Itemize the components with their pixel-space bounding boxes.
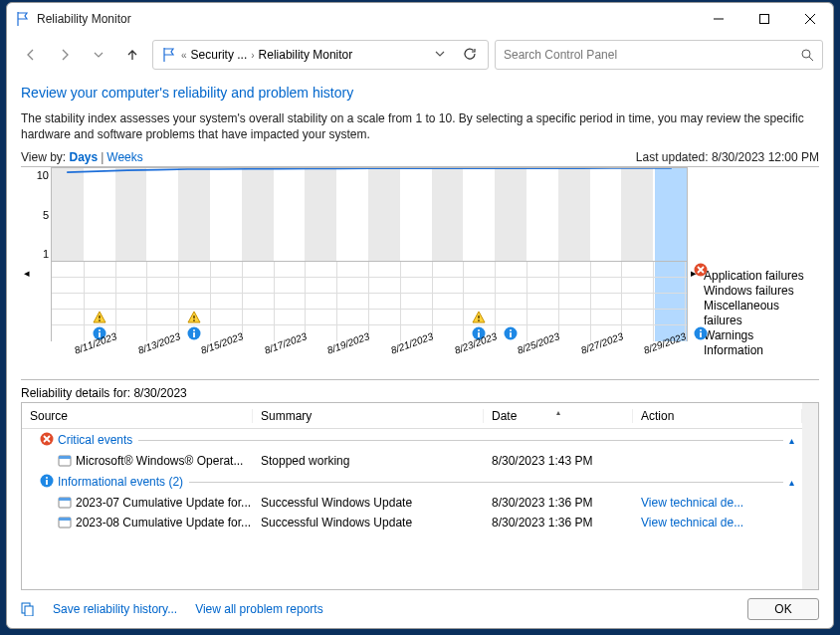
breadcrumb-dropdown[interactable]	[428, 48, 452, 62]
detail-row[interactable]: 2023-07 Cumulative Update for...Successf…	[22, 493, 802, 513]
svg-rect-20	[700, 332, 702, 337]
search-placeholder: Search Control Panel	[504, 48, 800, 62]
nav-recent-dropdown[interactable]	[85, 41, 112, 69]
svg-rect-17	[510, 332, 512, 337]
detail-group[interactable]: Informational events (2)▴	[22, 471, 802, 493]
search-input[interactable]: Search Control Panel	[495, 40, 823, 70]
svg-rect-11	[193, 332, 195, 337]
detail-group[interactable]: Critical events▴	[22, 429, 802, 451]
chart-legend: Application failures Windows failures Mi…	[700, 167, 819, 379]
view-days-link[interactable]: Days	[69, 150, 98, 164]
chevron-right-icon: ›	[251, 50, 254, 61]
save-icon	[21, 602, 35, 616]
toolbar: « Security ... › Reliability Monitor Sea…	[7, 35, 833, 75]
nav-back-button[interactable]	[17, 41, 45, 69]
svg-rect-0	[760, 15, 769, 24]
svg-point-10	[193, 329, 195, 331]
col-source[interactable]: Source	[22, 409, 253, 423]
info-marker[interactable]	[685, 325, 717, 341]
breadcrumb-current[interactable]: Reliability Monitor	[259, 48, 353, 62]
info-marker[interactable]	[178, 325, 210, 341]
svg-point-3	[99, 319, 101, 321]
svg-point-7	[99, 329, 101, 331]
view-by-row: View by: Days | Weeks Last updated: 8/30…	[21, 150, 819, 164]
y-axis: 10 5 1	[33, 167, 51, 262]
page-title: Review your computer's reliability and p…	[21, 85, 819, 101]
page-description: The stability index assesses your system…	[21, 110, 819, 142]
ok-button[interactable]: OK	[747, 598, 819, 620]
footer: Save reliability history... View all pro…	[7, 590, 833, 628]
details-title: Reliability details for: 8/30/2023	[21, 386, 819, 400]
svg-point-25	[46, 477, 48, 479]
collapse-icon: ▴	[789, 435, 794, 446]
details-panel: Source Summary ▴Date Action Critical eve…	[21, 402, 819, 590]
detail-row[interactable]: Microsoft® Windows® Operat...Stopped wor…	[22, 451, 802, 471]
col-date[interactable]: ▴Date	[484, 409, 633, 423]
detail-row[interactable]: 2023-08 Cumulative Update for...Successf…	[22, 513, 802, 532]
svg-point-16	[510, 329, 512, 331]
save-history-link[interactable]: Save reliability history...	[53, 602, 177, 616]
app-flag-icon	[15, 11, 31, 27]
reliability-chart: ◂ 10 5 1	[21, 166, 819, 380]
svg-point-5	[478, 319, 480, 321]
search-icon	[800, 48, 814, 62]
col-summary[interactable]: Summary	[253, 409, 484, 423]
refresh-button[interactable]	[456, 47, 484, 64]
view-weeks-link[interactable]: Weeks	[106, 150, 142, 164]
svg-rect-30	[59, 518, 71, 521]
svg-point-19	[700, 329, 702, 331]
breadcrumb-flag-icon	[161, 47, 177, 63]
col-action[interactable]: Action	[633, 409, 802, 423]
breadcrumb[interactable]: « Security ... › Reliability Monitor	[152, 40, 489, 70]
action-link[interactable]: View technical de...	[641, 516, 743, 529]
details-header: Source Summary ▴Date Action	[22, 403, 802, 429]
warning-marker[interactable]	[84, 310, 115, 324]
titlebar: Reliability Monitor	[7, 3, 833, 35]
breadcrumb-parent[interactable]: Security ...	[191, 48, 248, 62]
details-body: Critical events▴Microsoft® Windows® Oper…	[22, 429, 802, 532]
svg-rect-23	[59, 456, 71, 459]
x-axis-dates: 8/11/20238/13/20238/15/20238/17/20238/19…	[51, 341, 688, 379]
chart-plot[interactable]	[51, 167, 688, 262]
maximize-button[interactable]	[741, 3, 787, 35]
close-button[interactable]	[787, 3, 833, 35]
action-link[interactable]: View technical de...	[641, 496, 743, 510]
svg-rect-26	[46, 480, 48, 485]
svg-point-1	[802, 50, 810, 58]
reliability-monitor-window: Reliability Monitor « Security ... › Rel…	[6, 2, 834, 629]
sort-arrow-icon: ▴	[556, 408, 560, 417]
content-area: Review your computer's reliability and p…	[7, 75, 833, 590]
svg-rect-28	[59, 498, 71, 501]
warning-marker[interactable]	[463, 310, 495, 324]
minimize-button[interactable]	[696, 3, 741, 35]
svg-point-13	[478, 329, 480, 331]
svg-point-4	[193, 319, 195, 321]
window-title: Reliability Monitor	[37, 12, 696, 26]
warning-marker[interactable]	[178, 310, 210, 324]
appfailure-marker[interactable]	[685, 262, 717, 277]
breadcrumb-root-chevron[interactable]: «	[181, 50, 187, 61]
view-all-reports-link[interactable]: View all problem reports	[195, 602, 323, 616]
stability-line	[52, 168, 687, 261]
info-marker[interactable]	[495, 325, 526, 341]
collapse-icon: ▴	[789, 477, 794, 488]
view-by-label: View by:	[21, 150, 66, 164]
details-scrollbar[interactable]	[802, 403, 818, 589]
nav-forward-button[interactable]	[51, 41, 79, 69]
nav-up-button[interactable]	[118, 41, 146, 69]
chart-scroll-left[interactable]: ◂	[21, 167, 33, 379]
svg-rect-32	[25, 606, 33, 616]
chart-event-rows[interactable]	[51, 262, 688, 341]
